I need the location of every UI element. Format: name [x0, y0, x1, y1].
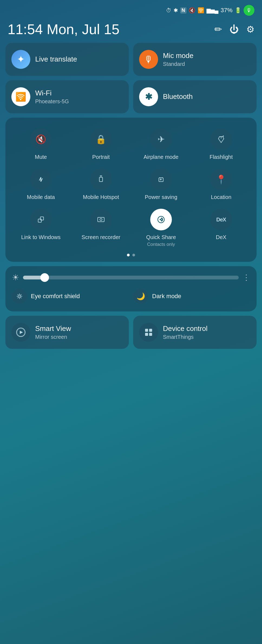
mute-status-icon: 🔇	[189, 7, 195, 14]
svg-rect-30	[149, 333, 152, 336]
device-control-icon	[143, 327, 154, 337]
wifi-icon-wrap: 🛜	[11, 87, 30, 106]
page-dot-1	[127, 254, 130, 256]
flashlight-icon	[210, 128, 232, 150]
svg-line-21	[18, 298, 18, 298]
location-toggle[interactable]: 📍 Location	[191, 166, 251, 203]
time-date: 11:54 Mon, Jul 15	[8, 21, 119, 37]
screen-recorder-label: Screen recorder	[81, 234, 120, 241]
smart-view-sub: Mirror screen	[35, 334, 71, 340]
svg-rect-28	[149, 329, 152, 332]
quick-share-toggle[interactable]: Quick Share Contacts only	[131, 206, 191, 250]
live-translate-tile[interactable]: ✦ Live translate	[5, 43, 129, 76]
bluetooth-labels: Bluetooth	[163, 92, 193, 101]
dark-mode-label: Dark mode	[152, 293, 181, 300]
status-bar: ⏱ ✱ N 🔇 🛜 ▆▅▄ 37% 🔋 🎙	[0, 0, 262, 18]
brightness-row: ☀ ⋮	[12, 273, 250, 282]
svg-rect-11	[98, 217, 104, 222]
wifi-icon: 🛜	[15, 92, 26, 102]
dark-mode-toggle[interactable]: 🌙 Dark mode	[133, 289, 250, 304]
mobile-hotspot-toggle[interactable]: Mobile Hotspot	[71, 166, 131, 203]
svg-point-3	[223, 136, 224, 137]
grid-panel: 🔇 Mute 🔒 Portrait ✈ Airplane mode Flashl…	[5, 118, 257, 262]
svg-rect-10	[40, 217, 44, 220]
location-label: Location	[211, 194, 231, 201]
bluetooth-icon-wrap: ✱	[139, 87, 158, 106]
smart-view-icon-wrap	[11, 323, 30, 342]
link-to-windows-toggle[interactable]: Link to Windows	[11, 206, 71, 250]
smart-view-labels: Smart View Mirror screen	[35, 324, 71, 340]
quick-share-label: Quick Share	[146, 234, 176, 241]
date: Mon, Jul 15	[47, 21, 120, 37]
power-saving-toggle[interactable]: Power saving	[131, 166, 191, 203]
wifi-status-icon: 🛜	[198, 7, 204, 14]
device-control-sub: SmartThings	[163, 334, 208, 340]
mic-mode-tile[interactable]: 🎙 Mic mode Standard	[133, 43, 257, 76]
bluetooth-tile[interactable]: ✱ Bluetooth	[133, 80, 257, 113]
screen-recorder-icon	[90, 209, 112, 230]
bluetooth-icon: ✱	[145, 92, 152, 102]
svg-rect-29	[145, 333, 148, 336]
dex-icon: DeX	[210, 209, 232, 230]
brightness-slider[interactable]	[23, 276, 239, 279]
portrait-icon: 🔒	[90, 128, 112, 150]
svg-point-12	[100, 218, 102, 221]
edit-button[interactable]: ✏	[214, 24, 222, 35]
mic-icon: 🎙	[246, 7, 252, 14]
mobile-hotspot-label: Mobile Hotspot	[83, 194, 119, 201]
location-icon: 📍	[210, 169, 232, 190]
alarm-icon: ⏱	[166, 7, 171, 14]
mic-mode-sub: Standard	[163, 61, 194, 67]
quick-share-sub: Contacts only	[147, 242, 175, 247]
dex-toggle[interactable]: DeX DeX	[191, 206, 251, 250]
live-translate-labels: Live translate	[35, 55, 77, 63]
header-actions: ✏ ⏻ ⚙	[214, 24, 254, 35]
mobile-data-toggle[interactable]: Mobile data	[11, 166, 71, 203]
airplane-label: Airplane mode	[144, 153, 179, 160]
wifi-sub: Phoeaters-5G	[35, 98, 69, 105]
svg-point-13	[158, 216, 164, 223]
eye-comfort-label: Eye comfort shield	[31, 293, 80, 300]
status-icons: ⏱ ✱ N 🔇 🛜 ▆▅▄ 37% 🔋 🎙	[166, 5, 254, 16]
signal-icon: ▆▅▄	[207, 7, 218, 14]
svg-text:A: A	[19, 295, 21, 297]
portrait-toggle[interactable]: 🔒 Portrait	[71, 126, 131, 163]
svg-line-19	[18, 294, 18, 295]
svg-line-20	[21, 298, 21, 298]
screen-recorder-toggle[interactable]: Screen recorder	[71, 206, 131, 250]
link-to-windows-icon	[30, 209, 52, 230]
dark-mode-icon: 🌙	[133, 289, 148, 304]
brightness-more-button[interactable]: ⋮	[243, 273, 250, 282]
brightness-icon: ☀	[12, 273, 19, 282]
grid-icons: 🔇 Mute 🔒 Portrait ✈ Airplane mode Flashl…	[11, 126, 251, 250]
smart-view-tile[interactable]: Smart View Mirror screen	[5, 316, 129, 349]
brightness-thumb[interactable]	[40, 273, 49, 282]
power-button[interactable]: ⏻	[230, 24, 239, 35]
dex-label: DeX	[216, 234, 227, 241]
mobile-data-label: Mobile data	[27, 194, 55, 201]
page-dot-2	[132, 254, 135, 256]
airplane-mode-toggle[interactable]: ✈ Airplane mode	[131, 126, 191, 163]
wifi-labels: Wi-Fi Phoeaters-5G	[35, 89, 69, 105]
wifi-tile[interactable]: 🛜 Wi-Fi Phoeaters-5G	[5, 80, 129, 113]
quick-share-icon	[150, 209, 172, 230]
mute-label: Mute	[35, 153, 47, 160]
mute-toggle[interactable]: 🔇 Mute	[11, 126, 71, 163]
mobile-data-icon	[30, 169, 52, 190]
flashlight-label: Flashlight	[209, 153, 233, 160]
brightness-panel: ☀ ⋮ A Eye comf	[5, 266, 257, 311]
page-dots	[11, 254, 251, 256]
eye-comfort-toggle[interactable]: A Eye comfort shield	[12, 289, 129, 304]
header-row: 11:54 Mon, Jul 15 ✏ ⏻ ⚙	[0, 18, 262, 43]
time: 11:54	[8, 21, 43, 37]
flashlight-toggle[interactable]: Flashlight	[191, 126, 251, 163]
svg-line-22	[21, 294, 21, 295]
mic-active-indicator: 🎙	[244, 5, 254, 16]
settings-button[interactable]: ⚙	[246, 24, 254, 35]
live-translate-icon: ✦	[17, 54, 25, 65]
device-control-title: Device control	[163, 324, 208, 333]
network-tiles: 🛜 Wi-Fi Phoeaters-5G ✱ Bluetooth	[0, 80, 262, 118]
device-control-tile[interactable]: Device control SmartThings	[133, 316, 257, 349]
airplane-icon: ✈	[150, 128, 172, 150]
mic-mode-title: Mic mode	[163, 51, 194, 60]
